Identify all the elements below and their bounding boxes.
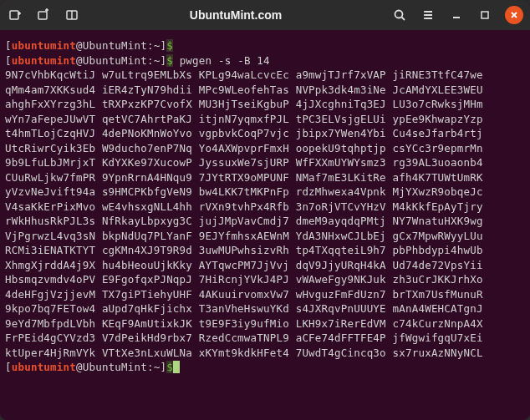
output-line: 9N7cVhbKqcWtiJ w7uLtrq9EMLbXs KPLg94waLc…: [5, 68, 483, 81]
command-text: pwgen -s -B 14: [173, 54, 270, 67]
prompt-open: [: [5, 39, 12, 52]
maximize-icon[interactable]: [476, 7, 493, 23]
prompt-user: ubuntumint: [12, 39, 76, 52]
output-line: 9kpo7bq7FETow4 aUpd7qHkFjichx T3anVheHsw…: [5, 302, 483, 315]
prompt-host: @UbuntuMint:~: [76, 361, 160, 373]
output-line: Hbsmqzvmdv4oPV E9FgofqxPJNqpJ 7HiRcnjYVk…: [5, 273, 483, 286]
close-button[interactable]: [505, 6, 523, 24]
prompt-sigil: $: [166, 361, 173, 373]
terminal-window: UbuntuMint.com: [0, 0, 530, 420]
output-line: VjPgrwzL4vq3sN bkpNdUq7PLYanF 9EJYfmhsxA…: [5, 230, 483, 242]
terminal-body[interactable]: [ubuntumint@UbuntuMint:~]$ [ubuntumint@U…: [0, 30, 530, 420]
output-line: ktUper4HjRmVYk VTtXe3nLxuWLNa xKYmt9kdkH…: [5, 347, 483, 359]
window-title: UbuntuMint.com: [190, 8, 282, 22]
prompt-host: @UbuntuMint:~: [76, 54, 160, 67]
menu-icon[interactable]: [420, 7, 436, 23]
output-line: CUuRwLjkw7fmPR 9YpnRrnA4HNqu9 7JYtRTX9oM…: [5, 171, 483, 184]
prompt-close: ]: [160, 39, 166, 52]
new-tab-icon[interactable]: [7, 7, 23, 23]
output-line: ahghFxXYrzg3hL tRXPxzKP7CvofX MU3HjTseiK…: [5, 98, 483, 110]
output-line: 4deHFgjVzjjevM TX7giPTiehyUHF 4AKuuirvom…: [5, 288, 483, 301]
new-window-icon[interactable]: [35, 7, 52, 23]
output-line: t4hmTLojCzqHVJ 4dePNoKMnWoYvo vgpbvkCoqP…: [5, 127, 483, 139]
output-line: RCMi3iENATKTYT cgKMn4XJ9T9R9d 3uwMUPwhsi…: [5, 244, 483, 256]
output-line: V4saKkErPixMvo wE4vhsxgNLL4hh rVXn9tvhPx…: [5, 200, 483, 213]
prompt-close: ]: [160, 54, 166, 67]
titlebar: UbuntuMint.com: [0, 0, 530, 30]
output-line: XhmgXjrddA4j9X hu4bHeouUjkKky AYTqwcPM7J…: [5, 259, 483, 271]
output-line: wYn7aFepeJUwVT qetVC7AhrtPaKJ itjnN7yqmx…: [5, 113, 483, 125]
prompt-user: ubuntumint: [12, 361, 76, 373]
output-line: UtcRiwrCyik3Eb W9ducho7enP7Nq Yo4AXWpvpr…: [5, 142, 483, 154]
output-line: rWkHhusRkPJL3s NfRkayLbpxyg3C jujJMpVavC…: [5, 215, 483, 227]
output-line: qMm4am7XKKsud4 iER4zTyN79hdii MPc9WLeofe…: [5, 83, 483, 96]
split-icon[interactable]: [64, 7, 80, 23]
prompt-open: [: [5, 361, 12, 373]
svg-line-9: [401, 18, 405, 21]
prompt-sigil: $: [166, 54, 173, 67]
prompt-user: ubuntumint: [12, 54, 76, 67]
output-line: 9eYd7MbfpdLVbh KEqF9AmUtixkJK t9E9F3iy9u…: [5, 317, 483, 330]
svg-rect-14: [482, 12, 488, 18]
prompt-close: ]: [160, 361, 166, 373]
prompt-open: [: [5, 54, 12, 67]
svg-rect-3: [38, 12, 47, 19]
cursor: [173, 361, 180, 373]
svg-point-8: [395, 11, 402, 18]
titlebar-left: [7, 7, 80, 23]
output-line: FrPEid4gCYVzd3 V7dPeikHd9rbx7 RzedCcmwaT…: [5, 331, 483, 344]
prompt-host: @UbuntuMint:~: [76, 39, 160, 52]
output-line: yVzvNeJvift94a s9HMCPKbfgVeN9 bw4LKK7tMK…: [5, 185, 483, 198]
output-line: 9b9LfuLbJMrjxT KdYXKe97XucowP JyssuxWe7s…: [5, 156, 483, 169]
prompt-sigil: $: [166, 39, 173, 52]
minimize-icon[interactable]: [448, 7, 465, 23]
search-icon[interactable]: [391, 7, 408, 23]
titlebar-right: [391, 6, 523, 24]
svg-rect-0: [10, 11, 18, 19]
